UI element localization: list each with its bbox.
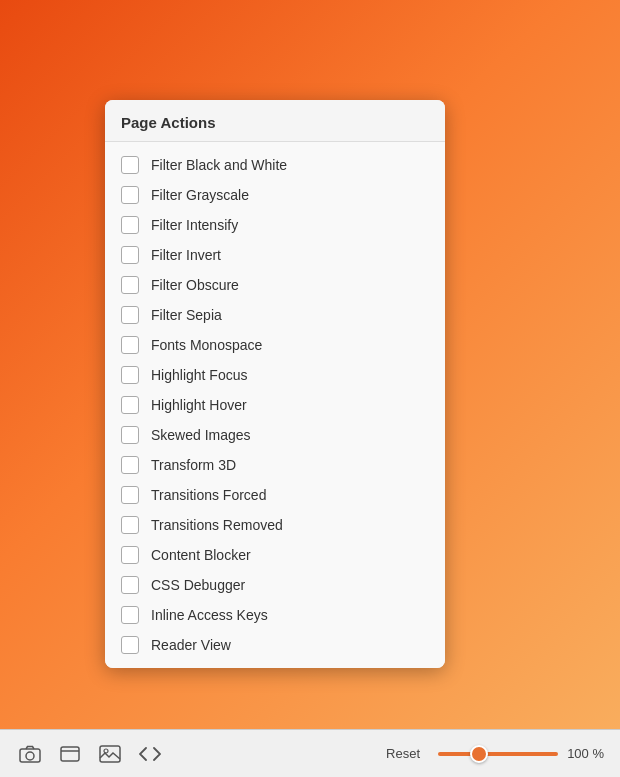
popup-item-skewed-images[interactable]: Skewed Images <box>105 420 445 450</box>
popup-item-highlight-focus[interactable]: Highlight Focus <box>105 360 445 390</box>
checkbox-content-blocker[interactable] <box>121 546 139 564</box>
checkbox-filter-sepia[interactable] <box>121 306 139 324</box>
label-filter-sepia: Filter Sepia <box>151 307 222 323</box>
checkbox-filter-grayscale[interactable] <box>121 186 139 204</box>
checkbox-fonts-monospace[interactable] <box>121 336 139 354</box>
checkbox-transitions-forced[interactable] <box>121 486 139 504</box>
checkbox-highlight-focus[interactable] <box>121 366 139 384</box>
checkbox-skewed-images[interactable] <box>121 426 139 444</box>
popup-item-fonts-monospace[interactable]: Fonts Monospace <box>105 330 445 360</box>
checkbox-highlight-hover[interactable] <box>121 396 139 414</box>
popup-item-transitions-removed[interactable]: Transitions Removed <box>105 510 445 540</box>
label-transitions-removed: Transitions Removed <box>151 517 283 533</box>
popup-item-filter-black-white[interactable]: Filter Black and White <box>105 150 445 180</box>
zoom-slider[interactable] <box>438 752 558 756</box>
label-filter-black-white: Filter Black and White <box>151 157 287 173</box>
checkbox-css-debugger[interactable] <box>121 576 139 594</box>
zoom-value: 100 % <box>566 746 604 761</box>
camera-icon[interactable] <box>16 740 44 768</box>
label-fonts-monospace: Fonts Monospace <box>151 337 262 353</box>
svg-rect-2 <box>61 747 79 761</box>
toolbar: Reset 100 % <box>0 729 620 777</box>
checkbox-transform-3d[interactable] <box>121 456 139 474</box>
label-filter-grayscale: Filter Grayscale <box>151 187 249 203</box>
label-skewed-images: Skewed Images <box>151 427 251 443</box>
popup-item-highlight-hover[interactable]: Highlight Hover <box>105 390 445 420</box>
popup-item-reader-view[interactable]: Reader View <box>105 630 445 660</box>
code-icon[interactable] <box>136 740 164 768</box>
checkbox-inline-access-keys[interactable] <box>121 606 139 624</box>
label-transform-3d: Transform 3D <box>151 457 236 473</box>
popup-body: Filter Black and WhiteFilter GrayscaleFi… <box>105 142 445 668</box>
popup-title: Page Actions <box>105 100 445 142</box>
reset-label: Reset <box>386 746 420 761</box>
popup-item-transform-3d[interactable]: Transform 3D <box>105 450 445 480</box>
label-highlight-hover: Highlight Hover <box>151 397 247 413</box>
image-icon[interactable] <box>96 740 124 768</box>
label-content-blocker: Content Blocker <box>151 547 251 563</box>
popup-item-transitions-forced[interactable]: Transitions Forced <box>105 480 445 510</box>
label-reader-view: Reader View <box>151 637 231 653</box>
svg-point-1 <box>26 752 34 760</box>
window-icon[interactable] <box>56 740 84 768</box>
checkbox-filter-intensify[interactable] <box>121 216 139 234</box>
popup-item-filter-invert[interactable]: Filter Invert <box>105 240 445 270</box>
checkbox-filter-obscure[interactable] <box>121 276 139 294</box>
label-highlight-focus: Highlight Focus <box>151 367 248 383</box>
popup-item-filter-grayscale[interactable]: Filter Grayscale <box>105 180 445 210</box>
checkbox-reader-view[interactable] <box>121 636 139 654</box>
popup-item-filter-obscure[interactable]: Filter Obscure <box>105 270 445 300</box>
zoom-slider-container: 100 % <box>438 746 604 761</box>
checkbox-filter-invert[interactable] <box>121 246 139 264</box>
label-filter-intensify: Filter Intensify <box>151 217 238 233</box>
popup-item-content-blocker[interactable]: Content Blocker <box>105 540 445 570</box>
label-css-debugger: CSS Debugger <box>151 577 245 593</box>
popup-item-css-debugger[interactable]: CSS Debugger <box>105 570 445 600</box>
popup-item-filter-intensify[interactable]: Filter Intensify <box>105 210 445 240</box>
label-filter-obscure: Filter Obscure <box>151 277 239 293</box>
checkbox-transitions-removed[interactable] <box>121 516 139 534</box>
label-transitions-forced: Transitions Forced <box>151 487 266 503</box>
label-inline-access-keys: Inline Access Keys <box>151 607 268 623</box>
checkbox-filter-black-white[interactable] <box>121 156 139 174</box>
popup-item-inline-access-keys[interactable]: Inline Access Keys <box>105 600 445 630</box>
popup-item-filter-sepia[interactable]: Filter Sepia <box>105 300 445 330</box>
page-actions-popup: Page Actions Filter Black and WhiteFilte… <box>105 100 445 668</box>
label-filter-invert: Filter Invert <box>151 247 221 263</box>
